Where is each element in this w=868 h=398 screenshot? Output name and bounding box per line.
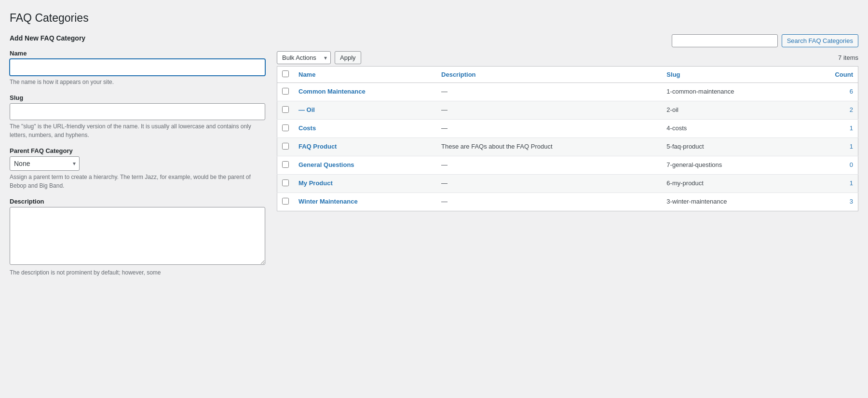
row-check-cell <box>277 83 294 101</box>
table-row: Common Maintenance—1-common-maintenance6 <box>277 83 858 101</box>
col-header-description[interactable]: Description <box>436 67 662 83</box>
row-slug-cell: 4-costs <box>662 120 806 138</box>
row-description-cell: — <box>436 175 662 193</box>
table-row: FAQ ProductThese are FAQs about the FAQ … <box>277 138 858 156</box>
row-name-cell: Costs <box>294 120 436 138</box>
bulk-select-wrapper: Bulk Actions <box>277 51 331 64</box>
col-header-name[interactable]: Name <box>294 67 436 83</box>
slug-help: The "slug" is the URL-friendly version o… <box>10 122 265 139</box>
col-header-slug[interactable]: Slug <box>662 67 806 83</box>
parent-group: Parent FAQ Category None Assign a parent… <box>10 147 265 190</box>
row-checkbox[interactable] <box>282 198 289 205</box>
row-count-cell[interactable]: 3 <box>806 193 858 211</box>
description-label: Description <box>10 198 265 205</box>
table-row: Winter Maintenance—3-winter-maintenance3 <box>277 193 858 211</box>
row-name-cell: Winter Maintenance <box>294 193 436 211</box>
table-header-row: Name Description Slug Count <box>277 67 858 83</box>
row-slug-cell: 3-winter-maintenance <box>662 193 806 211</box>
row-check-cell <box>277 175 294 193</box>
table-row: Costs—4-costs1 <box>277 120 858 138</box>
row-check-cell <box>277 120 294 138</box>
row-check-cell <box>277 138 294 156</box>
slug-label: Slug <box>10 94 265 101</box>
row-name-cell: My Product <box>294 175 436 193</box>
row-count-cell[interactable]: 2 <box>806 101 858 120</box>
search-bar: Search FAQ Categories <box>672 34 858 47</box>
row-checkbox[interactable] <box>282 124 289 131</box>
parent-help: Assign a parent term to create a hierarc… <box>10 173 265 190</box>
page-title: FAQ Categories <box>10 12 858 25</box>
table-row: General Questions—7-general-questions0 <box>277 156 858 175</box>
add-category-form: Add New FAQ Category Name The name is ho… <box>10 34 265 285</box>
row-check-cell <box>277 193 294 211</box>
category-name-link[interactable]: — Oil <box>298 106 315 113</box>
row-name-cell: — Oil <box>294 101 436 120</box>
name-help: The name is how it appears on your site. <box>10 78 265 86</box>
row-count-cell[interactable]: 1 <box>806 175 858 193</box>
bulk-actions-select[interactable]: Bulk Actions <box>277 51 331 64</box>
name-group: Name The name is how it appears on your … <box>10 50 265 86</box>
row-description-cell: — <box>436 120 662 138</box>
row-description-cell: These are FAQs about the FAQ Product <box>436 138 662 156</box>
row-check-cell <box>277 156 294 175</box>
row-count-cell[interactable]: 0 <box>806 156 858 175</box>
row-checkbox[interactable] <box>282 88 289 95</box>
parent-select[interactable]: None <box>10 156 80 171</box>
row-description-cell: — <box>436 101 662 120</box>
slug-input[interactable] <box>10 103 265 120</box>
row-description-cell: — <box>436 193 662 211</box>
name-label: Name <box>10 50 265 57</box>
row-slug-cell: 6-my-product <box>662 175 806 193</box>
parent-select-wrapper: None <box>10 156 80 171</box>
table-top-bar: Search FAQ Categories <box>277 34 858 47</box>
description-group: Description The description is not promi… <box>10 198 265 277</box>
category-name-link[interactable]: General Questions <box>298 161 354 168</box>
search-input[interactable] <box>672 34 778 47</box>
row-name-cell: Common Maintenance <box>294 83 436 101</box>
row-count-cell[interactable]: 1 <box>806 138 858 156</box>
parent-label: Parent FAQ Category <box>10 147 265 154</box>
row-name-cell: FAQ Product <box>294 138 436 156</box>
form-title: Add New FAQ Category <box>10 34 265 42</box>
category-name-link[interactable]: Winter Maintenance <box>298 198 358 205</box>
row-name-cell: General Questions <box>294 156 436 175</box>
table-row: — Oil—2-oil2 <box>277 101 858 120</box>
row-check-cell <box>277 101 294 120</box>
col-header-check[interactable] <box>277 67 294 83</box>
row-slug-cell: 2-oil <box>662 101 806 120</box>
row-description-cell: — <box>436 156 662 175</box>
apply-button[interactable]: Apply <box>335 51 361 64</box>
row-description-cell: — <box>436 83 662 101</box>
row-count-cell[interactable]: 1 <box>806 120 858 138</box>
categories-table: Name Description Slug Count Common Maint… <box>277 66 858 211</box>
row-checkbox[interactable] <box>282 179 289 186</box>
row-checkbox[interactable] <box>282 143 289 150</box>
category-name-link[interactable]: FAQ Product <box>298 143 337 150</box>
bulk-and-count-bar: Bulk Actions Apply 7 items <box>277 51 858 64</box>
row-checkbox[interactable] <box>282 106 289 113</box>
col-header-count[interactable]: Count <box>806 67 858 83</box>
category-name-link[interactable]: Costs <box>298 124 316 132</box>
slug-group: Slug The "slug" is the URL-friendly vers… <box>10 94 265 139</box>
bulk-bar: Bulk Actions Apply <box>277 51 361 64</box>
select-all-checkbox[interactable] <box>282 70 289 77</box>
name-input[interactable] <box>10 59 265 76</box>
search-button[interactable]: Search FAQ Categories <box>782 34 858 47</box>
row-count-cell[interactable]: 6 <box>806 83 858 101</box>
row-slug-cell: 5-faq-product <box>662 138 806 156</box>
items-count: 7 items <box>838 54 858 61</box>
description-textarea[interactable] <box>10 207 265 265</box>
row-slug-cell: 7-general-questions <box>662 156 806 175</box>
table-row: My Product—6-my-product1 <box>277 175 858 193</box>
category-name-link[interactable]: Common Maintenance <box>298 88 366 95</box>
category-name-link[interactable]: My Product <box>298 179 333 187</box>
row-checkbox[interactable] <box>282 161 289 168</box>
categories-table-section: Search FAQ Categories Bulk Actions Apply… <box>277 34 858 211</box>
row-slug-cell: 1-common-maintenance <box>662 83 806 101</box>
description-help: The description is not prominent by defa… <box>10 268 265 277</box>
